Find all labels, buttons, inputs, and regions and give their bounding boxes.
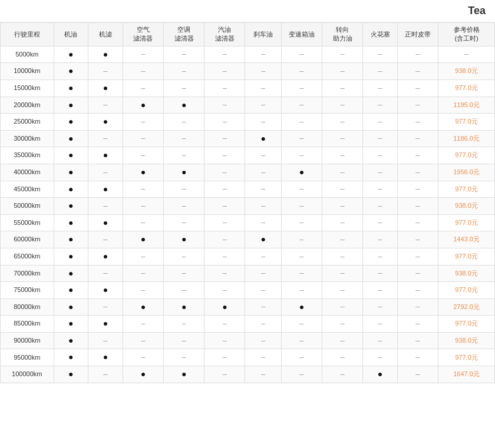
air-dash: – (141, 268, 145, 277)
brake-dash: – (261, 84, 265, 92)
gearbox-dash: – (299, 134, 303, 142)
cell-fuel: – (204, 265, 245, 282)
cell-belt: – (397, 147, 438, 164)
fuel-dash: – (223, 353, 227, 361)
fuel-dash: – (223, 184, 227, 193)
gearbox-dash: – (299, 235, 303, 244)
steering-dash: – (340, 235, 344, 244)
cell-belt: – (397, 282, 438, 299)
oil-dot (68, 102, 73, 109)
steering-dash: – (340, 370, 344, 379)
cell-fuel: – (204, 198, 245, 215)
cell-fuel: – (204, 332, 245, 349)
table-row: 80000km–––––2792.0元 (1, 298, 495, 316)
spark-dash: – (378, 336, 382, 345)
spark-dash: – (378, 235, 382, 244)
table-row: 95000km––––––––977.0元 (1, 349, 495, 366)
cell-mileage: 80000km (1, 298, 54, 316)
ac-dot (182, 102, 186, 109)
cell-price: 977.0元 (438, 282, 495, 299)
cell-air: – (123, 46, 163, 63)
cell-spark: – (363, 181, 398, 198)
cell-mileage: 95000km (1, 349, 54, 366)
cell-air: – (123, 265, 163, 282)
ac-dash: – (182, 252, 186, 261)
cell-steering: – (322, 282, 362, 299)
cell-fuel: – (204, 366, 245, 383)
steering-dash: – (340, 100, 344, 109)
cell-filter (88, 248, 123, 265)
cell-brake: – (245, 46, 281, 63)
cell-mileage: 50000km (1, 198, 54, 215)
spark-dash: – (378, 353, 382, 361)
gearbox-dash: – (299, 117, 303, 126)
cell-air: – (123, 79, 163, 97)
cell-oil (54, 198, 88, 215)
cell-brake (245, 130, 281, 147)
cell-price: 977.0元 (438, 316, 495, 333)
cell-belt: – (397, 46, 438, 63)
cell-belt: – (397, 214, 438, 231)
cell-price: 977.0元 (438, 147, 495, 164)
brake-dash: – (261, 218, 265, 227)
fuel-dash: – (223, 336, 227, 345)
oil-dot (68, 354, 73, 361)
fuel-dash: – (223, 134, 227, 142)
header-filter: 机滤 (88, 23, 123, 47)
spark-dash: – (378, 151, 382, 160)
cell-steering: – (322, 265, 362, 282)
cell-spark: – (363, 349, 398, 366)
table-row: 55000km––––––––977.0元 (1, 214, 495, 231)
air-dash: – (141, 319, 145, 328)
steering-dash: – (340, 201, 344, 210)
cell-gearbox: – (281, 114, 322, 131)
air-dot (141, 169, 146, 176)
oil-dot (68, 186, 73, 193)
cell-air: – (123, 63, 163, 80)
cell-price: 938.0元 (438, 63, 495, 80)
steering-dash: – (340, 286, 344, 294)
cell-mileage: 5000km (1, 46, 54, 63)
cell-oil (54, 46, 88, 63)
cell-ac: – (163, 63, 204, 80)
steering-dash: – (340, 184, 344, 193)
cell-gearbox: – (281, 79, 322, 97)
header-fuel: 汽油滤清器 (204, 23, 245, 47)
brake-dash: – (261, 201, 265, 210)
ac-dash: – (182, 286, 186, 294)
filter-dash: – (103, 235, 107, 244)
air-dot (141, 236, 146, 243)
oil-dot (68, 135, 73, 142)
cell-fuel (204, 298, 245, 316)
cell-brake: – (245, 349, 281, 366)
cell-oil (54, 366, 88, 383)
cell-brake: – (245, 63, 281, 80)
oil-dot (68, 371, 73, 378)
cell-spark: – (363, 198, 398, 215)
cell-air: – (123, 214, 163, 231)
cell-filter (88, 282, 123, 299)
cell-belt: – (397, 63, 438, 80)
oil-dot (68, 85, 73, 92)
brake-dash: – (261, 370, 265, 379)
cell-oil (54, 114, 88, 131)
cell-air: – (123, 181, 163, 198)
brake-dash: – (261, 100, 265, 109)
belt-dash: – (415, 67, 420, 75)
cell-price: 938.0元 (438, 198, 495, 215)
cell-belt: – (397, 366, 438, 383)
cell-spark (363, 366, 398, 383)
cell-belt: – (397, 181, 438, 198)
belt-dash: – (415, 302, 420, 311)
header-mileage: 行驶里程 (1, 23, 54, 47)
gearbox-dash: – (299, 252, 303, 261)
cell-mileage: 45000km (1, 181, 54, 198)
steering-dash: – (340, 117, 344, 126)
spark-dash: – (378, 286, 382, 294)
oil-dot (68, 118, 73, 125)
brake-dash: – (261, 268, 265, 277)
cell-fuel: – (204, 316, 245, 333)
header-brake: 刹车油 (245, 23, 281, 47)
cell-ac (163, 366, 204, 383)
table-row: 40000km––––––1956.0元 (1, 164, 495, 181)
